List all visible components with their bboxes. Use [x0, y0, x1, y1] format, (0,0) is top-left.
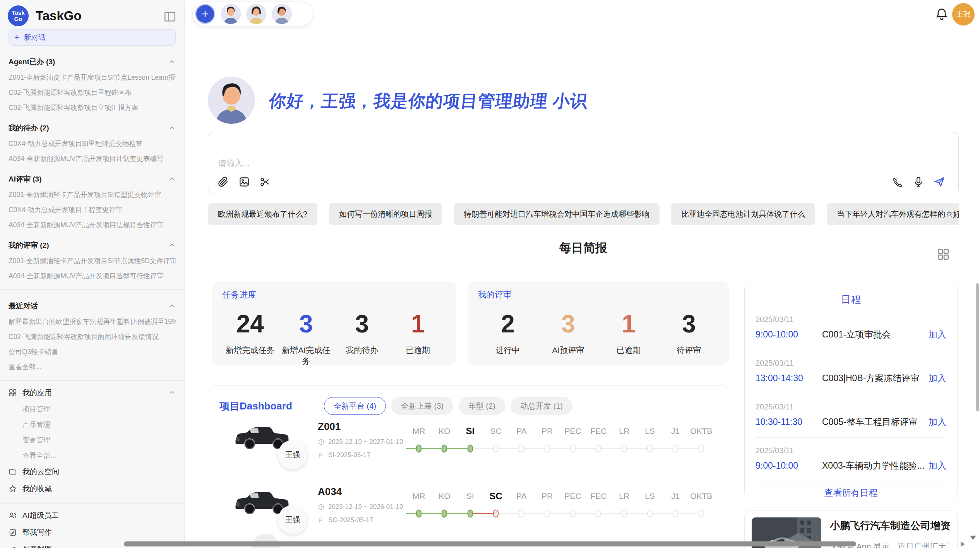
tab-new-platform[interactable]: 全新平台 (4): [324, 397, 386, 415]
milestone-dot: [673, 510, 678, 518]
scroll-down-arrow[interactable]: [970, 536, 976, 540]
stat-review-overdue: 1 已逾期: [598, 306, 659, 356]
app-item-product-mgmt[interactable]: 产品管理: [9, 420, 176, 429]
task-item[interactable]: Z001-全新燃油皮卡产品开发项目SI节点Lesson Learn报告: [9, 73, 176, 82]
sidebar-item-cloud-space[interactable]: 我的云空间: [9, 467, 176, 477]
scroll-right-arrow[interactable]: [961, 541, 965, 547]
chevron-up-icon[interactable]: [168, 302, 176, 310]
agent-switcher: [192, 2, 313, 26]
sidebar-item-help-write[interactable]: 帮我写作: [9, 527, 176, 538]
suggestion-chip[interactable]: 当下年轻人对汽车外观有怎样的喜好趋势: [827, 203, 959, 225]
view-all-schedule-link[interactable]: 查看所有日程: [756, 487, 946, 499]
milestone-dot: [544, 510, 550, 518]
project-row-a034[interactable]: 王强 A034 2023-12-19 ~ 2026-01-19 SC-2025-…: [208, 483, 729, 545]
app-item-project-mgmt[interactable]: 项目管理: [9, 404, 176, 413]
suggestion-chip[interactable]: 如何写一份清晰的项目周报: [329, 203, 442, 225]
stat-pending-review: 3 待评审: [659, 306, 719, 356]
app-item-change-mgmt[interactable]: 变更管理: [9, 435, 176, 444]
milestone-dot: [544, 445, 550, 453]
chevron-up-icon[interactable]: [168, 389, 176, 397]
chevron-up-icon[interactable]: [168, 124, 176, 132]
task-item[interactable]: Z001-全新燃油轻卡产品开发项目SI造型提交物评审: [9, 190, 176, 199]
clock-icon: [318, 503, 325, 510]
task-item[interactable]: C02-飞腾新能源轻客改款项目里程碑画布: [9, 88, 176, 97]
task-item[interactable]: C0X4-动力总成开发项目SI里程碑提交物检查: [9, 139, 176, 148]
join-link[interactable]: 加入: [929, 416, 946, 428]
user-avatar[interactable]: 王强: [952, 3, 975, 26]
clock-icon: [318, 438, 325, 445]
scissors-icon[interactable]: [259, 176, 271, 188]
phone-icon[interactable]: [892, 176, 903, 188]
project-dashboard: 项目Dashboard 全新平台 (4) 全新上装 (3) 年型 (2) 动总开…: [208, 385, 729, 548]
milestone-dot: [647, 510, 653, 518]
new-chat-button[interactable]: + 新对话: [9, 29, 176, 46]
divider: [0, 503, 184, 503]
event-date: 2025/03/11: [756, 402, 946, 411]
people-icon: [9, 511, 17, 520]
suggestion-chip[interactable]: 比亚迪全固态电池计划具体说了什么: [671, 203, 815, 225]
task-item[interactable]: Z001-全新燃油轻卡产品开发项目SI节点属性5D文件评审: [9, 256, 176, 265]
event-time: 9:00-10:00: [756, 329, 822, 340]
logo-line2: Go: [14, 16, 22, 22]
section-recent-chats[interactable]: 最近对话: [9, 301, 176, 311]
project-row-z001[interactable]: 王强 Z001 2023-12-19 ~ 2027-01-19 SI-2025-…: [208, 418, 729, 480]
suggestion-chip[interactable]: 欧洲新规最近颁布了什么?: [208, 203, 317, 225]
task-item[interactable]: A034-全新新能源MUV产品开发项目法规符合性评审: [9, 220, 176, 229]
add-agent-button[interactable]: [195, 4, 215, 24]
recent-chat-item[interactable]: 解释最新出台的欧盟报废车法规再生塑料比例被调至15%...: [9, 317, 176, 326]
section-my-todo[interactable]: 我的待办 (2): [9, 123, 176, 133]
vertical-scrollbar[interactable]: [976, 283, 979, 411]
stat-overdue: 1 已逾期: [390, 306, 446, 366]
chevron-up-icon[interactable]: [168, 241, 176, 249]
agent-avatar[interactable]: [246, 4, 266, 24]
section-agent-done[interactable]: Agent已办 (3): [9, 57, 176, 67]
tab-new-body[interactable]: 全新上装 (3): [391, 397, 453, 415]
section-ai-review[interactable]: AI评审 (3): [9, 175, 176, 184]
task-item[interactable]: A034-全新新能源MUV产品开发项目计划变更表编写: [9, 154, 176, 163]
stat-in-progress: 2 进行中: [478, 306, 538, 356]
schedule-event: 2025/03/11 9:00-10:00 C001-立项审批会 加入: [756, 307, 946, 350]
project-milestone-flag: SI-2025-05-17: [318, 451, 403, 459]
sidebar-item-ai-employee[interactable]: AI超级员工: [9, 510, 176, 521]
section-my-review[interactable]: 我的评审 (2): [9, 241, 176, 250]
sidebar-header: Task Go TaskGo: [0, 0, 184, 27]
task-item[interactable]: C0X4-动力总成开发项目工程变更评审: [9, 205, 176, 214]
horizontal-scrollbar[interactable]: [124, 541, 856, 546]
sidebar-item-favorites[interactable]: 我的收藏: [9, 484, 176, 494]
task-item[interactable]: A034-全新新能源MUV产品开发项目造型可行性评审: [9, 271, 176, 280]
suggestion-chip[interactable]: 特朗普可能对进口汽车增税会对中国车企造成哪些影响: [454, 203, 660, 225]
app-logo: Task Go: [8, 5, 29, 26]
message-composer[interactable]: 请输入...: [208, 132, 959, 194]
collapse-sidebar-icon[interactable]: [163, 10, 176, 22]
schedule-event: 2025/03/11 10:30-11:30 C005-整车工程目标评审 加入: [756, 394, 946, 438]
microphone-icon[interactable]: [913, 176, 924, 188]
event-date: 2025/03/11: [756, 446, 946, 455]
tab-model-year[interactable]: 年型 (2): [459, 397, 505, 415]
agent-avatar[interactable]: [221, 4, 241, 24]
event-time: 9:00-10:00: [756, 461, 822, 471]
notifications-bell-icon[interactable]: [934, 7, 949, 22]
join-link[interactable]: 加入: [929, 460, 946, 472]
dashboard-title: 项目Dashboard: [219, 399, 324, 413]
attachment-icon[interactable]: [218, 176, 229, 188]
schedule-panel: 日程 2025/03/11 9:00-10:00 C001-立项审批会 加入 2…: [744, 282, 958, 499]
apps-view-all[interactable]: 查看全部...: [9, 451, 176, 460]
layout-grid-icon[interactable]: [937, 248, 950, 261]
event-name: C005-整车工程目标评审: [822, 416, 929, 428]
chevron-up-icon[interactable]: [168, 58, 176, 66]
image-icon[interactable]: [238, 176, 250, 188]
recent-chat-item[interactable]: C02-飞腾新能源轻客改款项目的闭环通告反馈情况: [9, 332, 176, 341]
milestone-dot: [519, 510, 524, 518]
join-link[interactable]: 加入: [929, 372, 946, 384]
recent-view-all[interactable]: 查看全部...: [9, 362, 176, 371]
join-link[interactable]: 加入: [929, 329, 946, 341]
sidebar-item-my-apps[interactable]: 我的应用: [9, 388, 176, 398]
milestone-dot: [416, 510, 422, 518]
chevron-up-icon[interactable]: [168, 175, 176, 183]
assistant-avatar: [208, 77, 255, 124]
agent-avatar[interactable]: [272, 4, 292, 24]
task-item[interactable]: C02-飞腾新能源轻客改款项目立项汇报方案: [9, 103, 176, 112]
send-icon[interactable]: [934, 176, 945, 188]
tab-powertrain[interactable]: 动总开发 (1): [511, 397, 572, 415]
recent-chat-item[interactable]: 公司Q3轻卡销量: [9, 347, 176, 356]
